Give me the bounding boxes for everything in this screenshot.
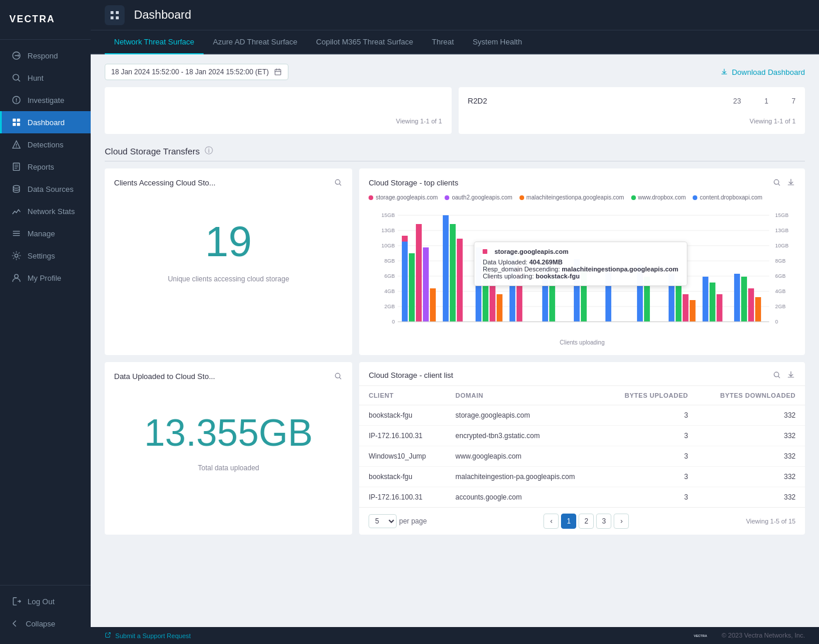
topbar-title: Dashboard [134, 8, 191, 22]
r2d2-label: R2D2 [468, 97, 487, 105]
sidebar-item-datasources[interactable]: Data Sources [0, 178, 91, 200]
svg-point-11 [15, 274, 18, 278]
svg-point-9 [13, 185, 20, 188]
legend-item-2: oauth2.googleapis.com [445, 194, 512, 201]
sidebar-collapse-button[interactable]: Collapse [0, 612, 91, 635]
search-icon-uploaded[interactable] [333, 371, 343, 381]
download-icon-client-list[interactable] [786, 370, 796, 380]
svg-rect-4 [13, 119, 16, 122]
profile-icon [11, 273, 22, 283]
legend-dot-2 [445, 195, 449, 200]
tab-copilot[interactable]: Copilot M365 Threat Surface [307, 30, 422, 54]
settings-icon [11, 250, 22, 261]
sidebar-item-hunt[interactable]: Hunt [0, 67, 91, 89]
tooltip-data-uploaded: Data Uploaded: 404.269MB [483, 259, 678, 266]
cell-downloaded: 332 [697, 446, 805, 467]
top-clients-chart-card: Cloud Storage - top clients storage.goog… [359, 168, 805, 355]
sidebar-item-logout[interactable]: Log Out [0, 590, 91, 612]
prev-page-button[interactable]: ‹ [543, 514, 559, 529]
cell-domain: encrypted-tbn3.gstatic.com [446, 426, 604, 446]
svg-rect-48 [430, 288, 436, 322]
svg-text:10GB: 10GB [381, 243, 395, 249]
svg-rect-69 [703, 277, 708, 322]
col-domain: DOMAIN [446, 386, 604, 405]
date-range-picker[interactable]: 18 Jan 2024 15:52:00 - 18 Jan 2024 15:52… [105, 64, 288, 80]
col-bytes-downloaded: BYTES DOWNLOADED [697, 386, 805, 405]
tab-system-health[interactable]: System Health [463, 30, 532, 54]
table-row: IP-172.16.100.31 accounts.google.com 3 3… [359, 487, 805, 508]
svg-text:4GB: 4GB [775, 288, 786, 294]
uploaded-label: Total data uploaded [114, 464, 343, 472]
chart-grid-top: Clients Accessing Cloud Sto... 19 Unique… [105, 168, 805, 355]
per-page-dropdown[interactable]: 5 10 25 [369, 514, 397, 528]
search-icon-clients[interactable] [333, 178, 343, 187]
cell-domain: www.googleapis.com [446, 446, 604, 467]
collapse-icon [9, 618, 20, 629]
toolbar-row: 18 Jan 2024 15:52:00 - 18 Jan 2024 15:52… [105, 64, 805, 80]
svg-text:15GB: 15GB [775, 212, 789, 218]
page-2-button[interactable]: 2 [579, 514, 594, 529]
page-nav: ‹ 1 2 3 › [543, 514, 629, 529]
tab-azure-ad[interactable]: Azure AD Threat Surface [204, 30, 307, 54]
page-3-button[interactable]: 3 [596, 514, 611, 529]
client-list-actions [772, 370, 796, 380]
top-clients-actions [772, 178, 796, 187]
page-1-button[interactable]: 1 [561, 514, 576, 529]
sidebar-item-investigate[interactable]: Investigate [0, 89, 91, 111]
cell-uploaded: 3 [604, 467, 697, 487]
svg-rect-71 [717, 294, 722, 322]
cell-downloaded: 332 [697, 426, 805, 446]
svg-point-2 [13, 74, 19, 80]
sidebar-item-settings[interactable]: Settings [0, 244, 91, 267]
legend-dot-1 [369, 195, 373, 200]
download-icon-top-clients[interactable] [786, 178, 796, 187]
svg-text:0: 0 [392, 319, 395, 325]
svg-text:VECTRA: VECTRA [9, 13, 55, 24]
main-area: Dashboard Network Threat Surface Azure A… [91, 0, 819, 644]
tooltip-clients-uploading: Clients uploading: bookstack-fgu [483, 273, 678, 280]
footer-copyright: VECTRA © 2023 Vectra Networks, Inc. [694, 632, 805, 639]
legend-item-1: storage.googleapis.com [369, 194, 438, 201]
investigate-icon [11, 95, 22, 105]
search-icon-client-list[interactable] [772, 370, 782, 380]
r2d2-val2: 1 [765, 97, 769, 105]
sidebar-item-respond[interactable]: Respond [0, 44, 91, 67]
svg-rect-46 [416, 224, 422, 322]
reports-icon [11, 161, 22, 172]
sidebar-item-profile[interactable]: My Profile [0, 267, 91, 289]
per-page-select: 5 10 25 per page [369, 514, 426, 528]
svg-rect-12 [111, 11, 113, 14]
tab-threat[interactable]: Threat [422, 30, 463, 54]
detections-icon [11, 139, 22, 150]
topbar-dashboard-icon [105, 5, 125, 25]
sidebar-item-reports[interactable]: Reports [0, 156, 91, 178]
sidebar-item-dashboard[interactable]: Dashboard [0, 111, 91, 133]
client-list-header: Cloud Storage - client list [359, 362, 805, 386]
info-icon[interactable]: ⓘ [205, 146, 213, 156]
tab-network-threat[interactable]: Network Threat Surface [105, 30, 204, 54]
uploaded-big-number: 13.355GB [114, 388, 343, 464]
summary-right-viewing: Viewing 1-1 of 1 [468, 118, 796, 125]
pagination-viewing: Viewing 1-5 of 15 [746, 518, 796, 525]
cell-downloaded: 332 [697, 467, 805, 487]
sidebar-item-detections[interactable]: Detections [0, 133, 91, 156]
client-list-card: Cloud Storage - client list CLIENT DOMAI… [359, 362, 805, 535]
next-page-button[interactable]: › [614, 514, 629, 529]
top-clients-header: Cloud Storage - top clients [369, 178, 796, 187]
clients-big-number: 19 [114, 194, 343, 275]
svg-rect-51 [457, 239, 463, 322]
svg-text:13GB: 13GB [381, 228, 395, 233]
sidebar-item-networkstats[interactable]: Network Stats [0, 200, 91, 222]
datasources-icon [11, 184, 22, 194]
svg-rect-70 [710, 283, 715, 322]
download-dashboard-button[interactable]: Download Dashboard [720, 68, 805, 77]
svg-rect-5 [17, 119, 20, 122]
support-link[interactable]: Submit a Support Request [105, 632, 191, 639]
sidebar-item-manage[interactable]: Manage [0, 222, 91, 244]
logout-icon [11, 596, 22, 607]
cell-domain: accounts.google.com [446, 487, 604, 508]
svg-text:0: 0 [775, 319, 778, 325]
search-icon-top-clients[interactable] [772, 178, 782, 187]
svg-text:4GB: 4GB [384, 288, 395, 294]
chart-tooltip: storage.googleapis.com Data Uploaded: 40… [474, 242, 687, 286]
